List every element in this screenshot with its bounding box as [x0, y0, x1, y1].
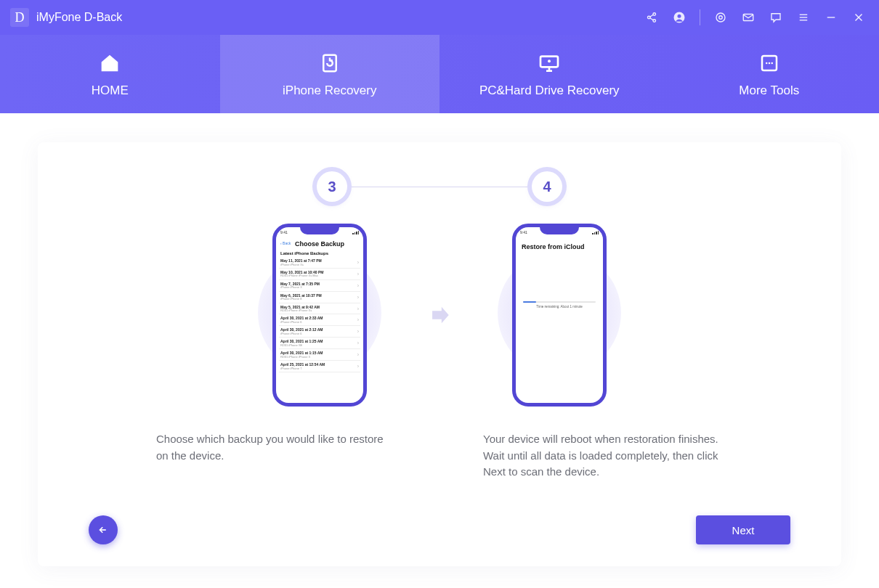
step-badge-4: 4 [532, 171, 562, 202]
backup-list: May 11, 2021 at 7:47 PMiPhone iPhone XsM… [276, 257, 363, 372]
tab-iphone-label: iPhone Recovery [283, 83, 376, 98]
svg-line-4 [650, 18, 654, 20]
home-icon [97, 50, 123, 76]
feedback-icon[interactable] [769, 10, 783, 25]
back-button[interactable] [89, 515, 118, 544]
svg-point-6 [678, 15, 681, 18]
content-area: 3 4 9:41 ‹ Back Ch [0, 113, 879, 588]
tab-tools-label: More Tools [739, 83, 799, 98]
phone-step-4: 9:41 Restore from iCloud Time remaining:… [498, 224, 621, 407]
share-icon[interactable] [644, 10, 659, 25]
menu-icon[interactable] [796, 10, 811, 25]
titlebar-icons [644, 9, 866, 25]
backup-item: May 10, 2021 at 10:40 PMRD31 iPhone iPho… [279, 269, 360, 280]
more-icon [756, 50, 782, 76]
minimize-icon[interactable] [824, 10, 838, 25]
account-icon[interactable] [672, 10, 686, 25]
step-indicator: 3 4 [89, 171, 790, 202]
backup-item: May 7, 2021 at 7:35 PMiPhone iPhone X [279, 280, 360, 292]
footer-row: Next [89, 497, 790, 544]
backup-item: April 30, 2021 at 1:25 AMRD31 iPhone SE [279, 338, 360, 349]
svg-point-22 [766, 62, 768, 65]
backup-item: April 25, 2021 at 12:54 AMiPhone iPhone … [279, 361, 360, 372]
svg-point-24 [771, 62, 773, 65]
tab-iphone-recovery[interactable]: iPhone Recovery [220, 35, 440, 113]
phone-left-title: Choose Backup [282, 240, 357, 248]
arrow-icon [425, 303, 454, 327]
svg-rect-16 [323, 55, 336, 72]
backup-item: April 30, 2021 at 2:12 AMiPhone iPhone 6 [279, 326, 360, 338]
app-badge: D [10, 8, 29, 27]
svg-point-23 [769, 62, 771, 65]
svg-point-20 [548, 60, 551, 62]
backup-item: May 6, 2021 at 10:37 PMiPhone iPhone 8 [279, 292, 360, 303]
app-window: D iMyFone D-Back [0, 0, 879, 588]
description-step-3: Choose which backup you would like to re… [156, 431, 396, 481]
phone-back-link: ‹ Back [280, 241, 291, 245]
phone-left-subhead: Latest iPhone Backups [276, 250, 363, 257]
phones-row: 9:41 ‹ Back Choose Backup Latest iPhone … [89, 224, 790, 407]
tab-pc-label: PC&Hard Drive Recovery [479, 83, 620, 98]
monitor-icon [536, 50, 562, 76]
description-step-4: Your device will reboot when restoration… [483, 431, 723, 481]
phone-frame-left: 9:41 ‹ Back Choose Backup Latest iPhone … [272, 224, 367, 407]
svg-point-8 [719, 16, 723, 20]
svg-line-3 [650, 15, 654, 17]
backup-item: May 5, 2021 at 9:42 AMRD31 iPhone iPhone… [279, 303, 360, 315]
step-badge-3: 3 [317, 171, 347, 202]
nav-tabs: HOME iPhone Recovery PC&Hard Drive Recov… [0, 35, 879, 113]
backup-item: April 30, 2021 at 2:33 AMiPhone iPhone 6 [279, 314, 360, 326]
backup-item: April 30, 2021 at 1:15 AMRD31 iPhone iPh… [279, 349, 360, 361]
step-connector [347, 187, 532, 187]
app-title: iMyFone D-Back [36, 11, 122, 24]
tab-more-tools[interactable]: More Tools [660, 35, 880, 113]
phone-step-3: 9:41 ‹ Back Choose Backup Latest iPhone … [258, 224, 381, 407]
titlebar-divider [700, 9, 700, 25]
next-button[interactable]: Next [696, 515, 790, 544]
settings-icon[interactable] [713, 10, 728, 25]
descriptions-row: Choose which backup you would like to re… [89, 431, 790, 481]
mail-icon[interactable] [741, 10, 756, 25]
main-card: 3 4 9:41 ‹ Back Ch [38, 142, 841, 566]
tab-home-label: HOME [92, 83, 129, 98]
restore-caption: Time remaining: About 1 minute [523, 305, 596, 309]
phone-right-title: Restore from iCloud [516, 236, 603, 250]
backup-item: May 11, 2021 at 7:47 PMiPhone iPhone Xs [279, 257, 360, 269]
restore-progress: Time remaining: About 1 minute [523, 301, 596, 309]
svg-point-7 [716, 13, 725, 22]
tab-home[interactable]: HOME [0, 35, 220, 113]
refresh-box-icon [317, 50, 343, 76]
titlebar: D iMyFone D-Back [0, 0, 879, 35]
tab-pc-recovery[interactable]: PC&Hard Drive Recovery [440, 35, 660, 113]
phone-frame-right: 9:41 Restore from iCloud Time remaining:… [512, 224, 607, 407]
close-icon[interactable] [851, 10, 866, 25]
